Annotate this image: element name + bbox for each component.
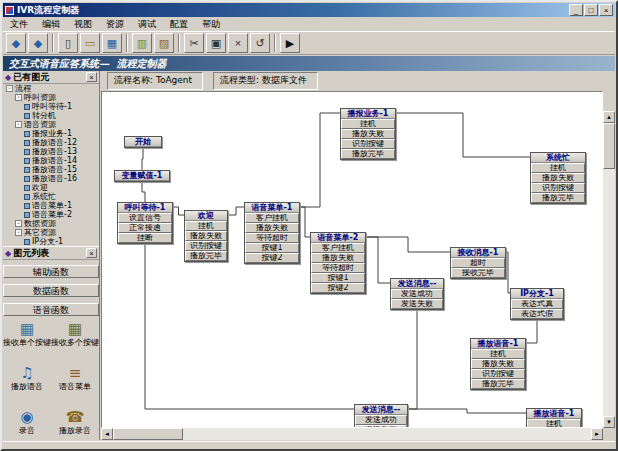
node-event[interactable]: 按键1 [245,243,299,253]
node-title[interactable]: 系统忙 [531,153,585,163]
menu-item[interactable]: 视图 [67,17,99,32]
grid-icon[interactable]: ▥ [132,33,152,53]
flow-node[interactable]: 播报业务-1挂机播放失败识别按键播放完毕 [340,108,396,160]
tree-expand-icon[interactable]: - [6,85,13,92]
flow-node[interactable]: 语音菜单-2客户挂机播放失败等待超时按键1按键2 [310,232,366,294]
save-icon[interactable]: ▦ [102,33,122,53]
node-title[interactable]: 变量赋值-1 [115,171,169,181]
tree-item[interactable]: IP分支-1 [3,237,99,246]
node-title[interactable]: 语音菜单-1 [245,203,299,213]
node-event[interactable]: 识别按键 [341,139,395,149]
flow-node[interactable]: 变量赋值-1 [114,170,170,182]
menu-item[interactable]: 文件 [3,17,35,32]
node-event[interactable]: 播放完毕 [185,251,227,261]
vertical-scrollbar[interactable]: ▲ ▼ [603,111,615,428]
table-icon[interactable]: ▨ [154,33,174,53]
node-title[interactable]: 欢迎 [185,211,227,221]
tree-item-label[interactable]: IP分支-1 [32,236,63,246]
delete-icon[interactable]: × [228,33,248,53]
open-folder-icon[interactable]: ▭ [80,33,100,53]
menu-item[interactable]: 帮助 [195,17,227,32]
node-event[interactable]: 播放失败 [341,129,395,139]
node-event[interactable]: 按键2 [311,283,365,293]
palette-item[interactable]: ▦接收多个按键 [51,317,99,361]
horizontal-scrollbar[interactable]: ◄ ► [101,428,603,440]
close-button[interactable]: × [599,4,613,16]
scroll-right-icon[interactable]: ► [591,428,603,440]
node-event[interactable]: 接收完毕 [451,268,505,278]
node-title[interactable]: 语音菜单-2 [311,233,365,243]
node-event[interactable]: 播放完毕 [531,193,585,203]
maximize-button[interactable]: □ [584,4,598,16]
flow-node[interactable]: IP分支-1表达式真表达式假 [510,288,564,320]
category-button[interactable]: 数据函数 [3,284,99,297]
panel-close-icon[interactable]: × [86,248,97,258]
horizontal-scroll-thumb[interactable] [113,428,183,440]
node-event[interactable]: 设置信号 [118,213,172,223]
node-event[interactable]: 播放失败 [311,253,365,263]
flow-node[interactable]: 开始 [124,136,162,148]
node-event[interactable]: 按键1 [311,273,365,283]
menu-item[interactable]: 调试 [131,17,163,32]
flow-node[interactable]: 发送消息--发送成功发送失败 [390,278,444,310]
node-title[interactable]: 开始 [125,137,161,147]
node-event[interactable]: 发送失败 [391,299,443,309]
node-event[interactable]: 等待超时 [245,233,299,243]
menu-item[interactable]: 配置 [163,17,195,32]
node-title[interactable]: 播报业务-1 [341,109,395,119]
node-event[interactable]: 表达式真 [511,299,563,309]
scroll-up-icon[interactable]: ▲ [603,111,615,123]
node-event[interactable]: 播放失败 [185,231,227,241]
node-event[interactable]: 播放失败 [471,359,525,369]
flow-node[interactable]: 系统忙挂机播放失败识别按键播放完毕 [530,152,586,204]
title-bar[interactable]: IVR流程定制器 _ □ × [3,3,615,17]
node-event[interactable]: 挂机 [185,221,227,231]
node-event[interactable]: 识别按键 [531,183,585,193]
flow-canvas[interactable]: 开始变量赋值-1呼叫等待-1设置信号正常接通挂断欢迎挂机播放失败识别按键播放完毕… [101,91,603,428]
node-event[interactable]: 发送成功 [355,415,407,425]
tree-expand-icon[interactable]: - [15,94,22,101]
category-button[interactable]: 辅助函数 [3,265,99,278]
node-event[interactable]: 客户挂机 [311,243,365,253]
palette-item[interactable]: ▦接收单个按键 [3,317,51,361]
resource-tree[interactable]: -流程-呼叫资源呼叫等待-1转分机-语音资源播报业务-1播放语音-12播放语音-… [3,84,99,246]
undo-icon[interactable]: ↺ [250,33,270,53]
node-event[interactable]: 挂机 [531,163,585,173]
flow-node[interactable]: 播放语音-1挂机播放失败识别按键播放完毕 [470,338,526,390]
node-title[interactable]: 发送消息-- [355,405,407,415]
scroll-left-icon[interactable]: ◄ [101,428,113,440]
node-event[interactable]: 发送成功 [391,289,443,299]
flow-node[interactable]: 发送消息--发送成功发送失败 [354,404,408,428]
nav-forward-icon[interactable]: ◆ [28,33,48,53]
node-title[interactable]: 播放语音-1 [527,409,581,419]
flow-node[interactable]: 呼叫等待-1设置信号正常接通挂断 [117,202,173,244]
node-event[interactable]: 表达式假 [511,309,563,319]
node-event[interactable]: 识别按键 [185,241,227,251]
node-event[interactable]: 等待超时 [311,263,365,273]
scroll-down-icon[interactable]: ▼ [603,416,615,428]
node-event[interactable]: 播放失败 [245,223,299,233]
flow-node[interactable]: 欢迎挂机播放失败识别按键播放完毕 [184,210,228,262]
node-event[interactable]: 挂机 [527,419,581,428]
node-event[interactable]: 播放完毕 [471,379,525,389]
palette-item[interactable]: ≡语音菜单 [51,361,99,405]
cut-icon[interactable]: ✂ [184,33,204,53]
panel-close-icon[interactable]: × [86,72,97,82]
menu-item[interactable]: 资源 [99,17,131,32]
node-event[interactable]: 挂机 [471,349,525,359]
node-event[interactable]: 正常接通 [118,223,172,233]
vertical-scroll-thumb[interactable] [603,123,615,169]
flow-node[interactable]: 播放语音-1挂机播放失败识别按键播放完毕 [526,408,582,428]
flow-node[interactable]: 接收消息-1超时接收完毕 [450,247,506,279]
node-title[interactable]: 播放语音-1 [471,339,525,349]
node-event[interactable]: 挂机 [341,119,395,129]
nav-back-icon[interactable]: ◆ [6,33,26,53]
node-title[interactable]: 呼叫等待-1 [118,203,172,213]
node-event[interactable]: 客户挂机 [245,213,299,223]
node-event[interactable]: 播放失败 [531,173,585,183]
node-event[interactable]: 挂断 [118,233,172,243]
run-icon[interactable]: ▶ [280,33,300,53]
palette-item[interactable]: ♫播放语音 [3,361,51,405]
minimize-button[interactable]: _ [569,4,583,16]
menu-item[interactable]: 编辑 [35,17,67,32]
